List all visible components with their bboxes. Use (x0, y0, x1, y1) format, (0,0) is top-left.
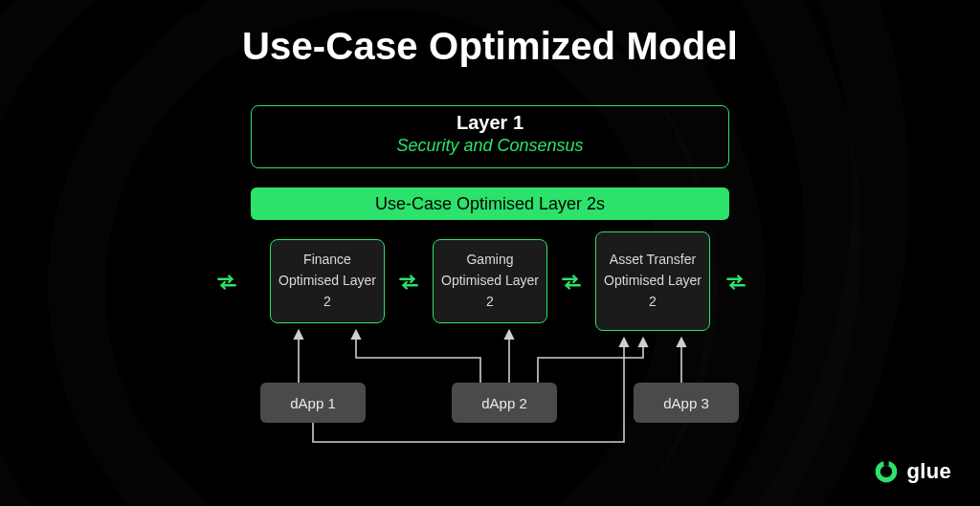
l2-box-finance-label: Finance Optimised Layer 2 (277, 250, 378, 312)
dapp-1-label: dApp 1 (290, 395, 336, 411)
brand-logo: glue (873, 458, 951, 485)
layer1-title: Layer 1 (252, 112, 728, 134)
dapp-3-label: dApp 3 (663, 395, 709, 411)
dapp-box-3: dApp 3 (634, 383, 739, 423)
dapp-2-label: dApp 2 (481, 395, 527, 411)
swap-icon (724, 270, 748, 295)
l2-box-gaming: Gaming Optimised Layer 2 (433, 239, 547, 323)
brand-mark-icon (873, 458, 900, 485)
page-title: Use-Case Optimized Model (0, 25, 980, 68)
svg-rect-0 (883, 458, 888, 466)
swap-icon (559, 270, 584, 295)
layer2-band-label: Use-Case Optimised Layer 2s (375, 194, 605, 214)
layer1-subtitle: Security and Consensus (252, 136, 728, 156)
layer1-box: Layer 1 Security and Consensus (251, 105, 729, 168)
swap-icon (396, 270, 421, 295)
layer2-band: Use-Case Optimised Layer 2s (251, 187, 729, 220)
dapp-box-1: dApp 1 (260, 383, 366, 423)
l2-box-asset: Asset Transfer Optimised Layer 2 (595, 231, 710, 331)
l2-box-gaming-label: Gaming Optimised Layer 2 (439, 250, 541, 312)
dapp-box-2: dApp 2 (452, 383, 557, 423)
brand-name: glue (907, 459, 951, 484)
diagram-stage: Layer 1 Security and Consensus Use-Case … (203, 105, 777, 488)
l2-box-asset-label: Asset Transfer Optimised Layer 2 (602, 250, 703, 312)
swap-icon (214, 270, 239, 295)
l2-box-finance: Finance Optimised Layer 2 (270, 239, 385, 323)
